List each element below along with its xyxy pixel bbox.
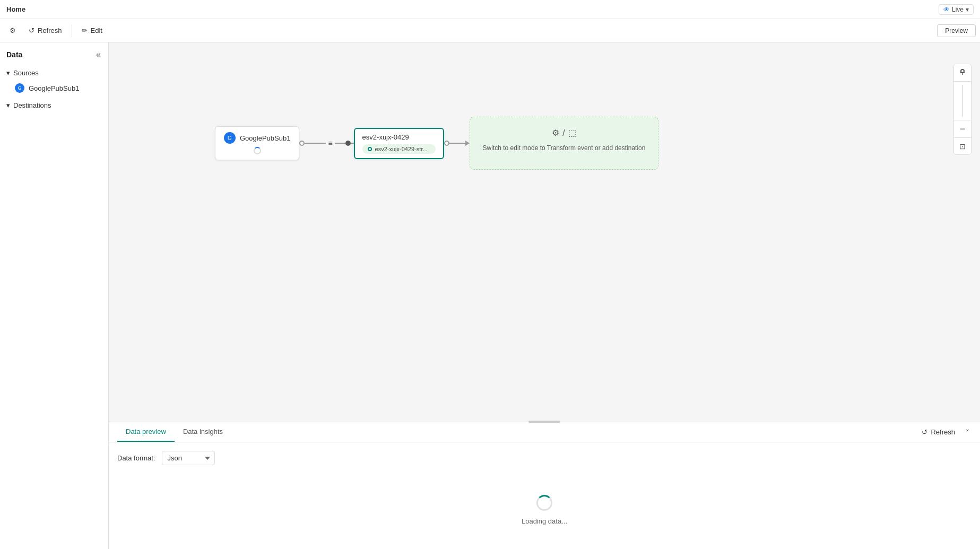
resize-handle[interactable]	[528, 421, 560, 423]
source-icon: G	[15, 83, 24, 93]
sidebar-section-destinations: ▾ Destinations	[0, 98, 108, 112]
bottom-chevron-button[interactable]: ˅	[964, 426, 972, 439]
action-node-text: Switch to edit mode to Transform event o…	[483, 143, 646, 153]
bottom-chevron-icon: ˅	[966, 428, 969, 437]
bottom-refresh-label: Refresh	[931, 428, 955, 436]
sources-chevron-icon: ▾	[6, 69, 10, 77]
edit-icon: ✏	[82, 27, 88, 34]
fit-icon: ⊡	[959, 142, 966, 151]
connector-2	[444, 141, 470, 146]
sidebar-header: Data «	[0, 49, 108, 66]
refresh-label: Refresh	[38, 27, 62, 34]
zoom-slider	[962, 82, 963, 120]
title-bar-left: Home	[6, 5, 25, 13]
slash-separator: /	[562, 128, 565, 138]
connector-dot-mid	[444, 141, 449, 146]
flow-diagram: G GooglePubSub1 ≡	[215, 117, 658, 170]
canvas: G GooglePubSub1 ≡	[109, 42, 980, 422]
sidebar-item-googlepubsub1[interactable]: G GooglePubSub1	[0, 80, 108, 96]
toolbar-divider	[72, 24, 72, 37]
bottom-content: Data format: Json CSV Avro Loading data.…	[109, 442, 980, 549]
loading-spinner-source	[254, 147, 261, 154]
loading-text: Loading data...	[522, 517, 567, 525]
fit-button[interactable]: ⊡	[954, 137, 971, 154]
source-node[interactable]: G GooglePubSub1	[215, 126, 299, 160]
bottom-tab-actions: ↺ Refresh ˅	[916, 426, 972, 439]
connector-dot-right	[345, 141, 351, 146]
event-sub-dot	[368, 147, 372, 151]
eye-icon: 👁	[943, 6, 950, 13]
zoom-out-button[interactable]: −	[954, 120, 971, 137]
connector-line-2	[335, 143, 345, 144]
live-badge[interactable]: 👁 Live ▾	[939, 4, 974, 15]
connector-1: ≡	[299, 139, 353, 147]
event-node-title: esv2-xujx-0429	[362, 133, 436, 141]
settings-button[interactable]: ⚙	[4, 23, 21, 38]
refresh-button[interactable]: ↺ Refresh	[23, 23, 67, 38]
sidebar: Data « ▾ Sources G GooglePubSub1 ▾ Desti…	[0, 42, 109, 549]
bottom-refresh-icon: ↺	[922, 428, 927, 436]
event-node-sub: esv2-xujx-0429-str...	[362, 144, 436, 154]
edit-label: Edit	[91, 27, 102, 34]
minus-icon: −	[960, 124, 966, 135]
destination-icon: ⬚	[568, 128, 576, 138]
sidebar-title: Data	[6, 50, 22, 59]
action-node-icons: ⚙ / ⬚	[552, 128, 576, 138]
bottom-panel: Data preview Data insights ↺ Refresh ˅	[109, 422, 980, 549]
zoom-track	[962, 85, 963, 117]
source-node-top: G GooglePubSub1	[224, 132, 290, 144]
live-chevron-icon: ▾	[966, 6, 969, 13]
destinations-label: Destinations	[13, 101, 51, 109]
loading-container: Loading data...	[117, 474, 972, 546]
source-node-label: GooglePubSub1	[240, 134, 290, 142]
sidebar-section-sources: ▾ Sources G GooglePubSub1	[0, 66, 108, 96]
source-name: GooglePubSub1	[29, 84, 79, 92]
title-bar: Home 👁 Live ▾	[0, 0, 980, 19]
destinations-chevron-icon: ▾	[6, 101, 10, 109]
refresh-icon: ↺	[29, 27, 34, 34]
source-node-icon: G	[224, 132, 236, 144]
edit-button[interactable]: ✏ Edit	[76, 23, 108, 38]
tab-data-insights[interactable]: Data insights	[175, 422, 231, 442]
canvas-area: G GooglePubSub1 ≡	[109, 42, 980, 549]
hamburger-icon: ≡	[328, 139, 332, 147]
bottom-refresh-button[interactable]: ↺ Refresh	[916, 426, 960, 438]
sources-header[interactable]: ▾ Sources	[0, 66, 108, 80]
action-node[interactable]: ⚙ / ⬚ Switch to edit mode to Transform e…	[470, 117, 659, 170]
zoom-controls: + − ⊡	[953, 64, 972, 155]
connector-dot-left	[299, 141, 305, 146]
event-node-sub-label: esv2-xujx-0429-str...	[375, 146, 428, 152]
sources-label: Sources	[13, 69, 39, 77]
collapse-button[interactable]: «	[95, 49, 102, 60]
source-node-bottom	[254, 147, 261, 154]
zoom-thumb[interactable]	[960, 69, 965, 73]
tab-data-preview[interactable]: Data preview	[117, 422, 175, 442]
preview-label: Preview	[945, 27, 968, 34]
data-format-select[interactable]: Json CSV Avro	[162, 451, 215, 465]
connector-line-1	[305, 143, 326, 144]
gear-transform-icon: ⚙	[552, 128, 559, 138]
loading-spinner	[536, 495, 552, 511]
toolbar: ⚙ ↺ Refresh ✏ Edit Preview	[0, 19, 980, 42]
destinations-header[interactable]: ▾ Destinations	[0, 98, 108, 112]
page-title: Home	[6, 5, 25, 13]
gear-icon: ⚙	[10, 27, 16, 34]
event-node[interactable]: esv2-xujx-0429 esv2-xujx-0429-str...	[354, 128, 444, 159]
live-label: Live	[952, 6, 964, 13]
arrow-icon	[465, 141, 470, 146]
preview-button[interactable]: Preview	[937, 24, 976, 37]
data-format-row: Data format: Json CSV Avro	[117, 451, 972, 465]
bottom-tabs: Data preview Data insights ↺ Refresh ˅	[109, 422, 980, 442]
main-layout: Data « ▾ Sources G GooglePubSub1 ▾ Desti…	[0, 42, 980, 549]
collapse-icon: «	[96, 50, 101, 59]
data-format-label: Data format:	[117, 454, 155, 462]
connector-line-3	[449, 143, 465, 144]
